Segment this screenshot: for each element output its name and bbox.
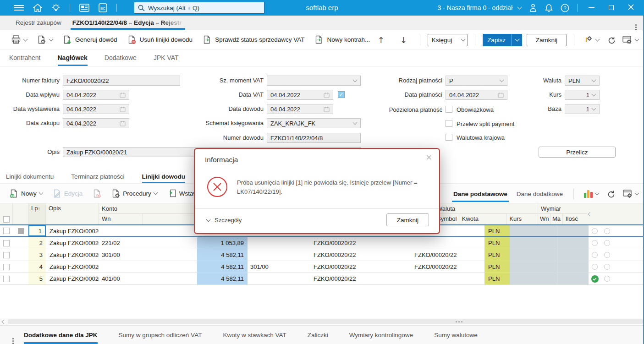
select-all-checkbox[interactable] <box>3 216 10 223</box>
cell-ilosc[interactable] <box>613 273 637 284</box>
cell-waluta-kwota[interactable] <box>510 237 557 249</box>
cell-lp[interactable]: 2 <box>28 237 46 249</box>
cell-waluta-symbol[interactable]: PLN <box>484 273 510 284</box>
cell-kwota[interactable]: 1 053,89 <box>197 237 248 249</box>
cell-waluta-symbol[interactable]: PLN <box>484 249 510 261</box>
wymiar-ma-radio[interactable] <box>604 240 610 246</box>
wymiar-wn-radio[interactable] <box>592 264 598 270</box>
home-icon[interactable] <box>33 4 42 12</box>
sz-moment-vat-select[interactable] <box>267 76 361 86</box>
data-vat-input[interactable]: 04.04.2022 <box>267 90 333 100</box>
data-vat-checkbox[interactable]: ✓ <box>338 91 345 98</box>
cell-lp[interactable]: 5 <box>28 273 46 284</box>
numer-dowodu-input[interactable] <box>267 133 361 143</box>
bottom-tabs-menu-icon[interactable] <box>11 334 15 344</box>
cell-opis[interactable]: Zakup FZKO/00020/21 <box>46 249 99 261</box>
cell-dokument[interactable]: FZKO/00020/22 <box>287 273 411 284</box>
cell-lp[interactable]: 3 <box>28 249 46 261</box>
cell-kwota[interactable]: 4 582,11 <box>197 261 248 273</box>
cell-konto-wn[interactable]: 301/00 <box>99 249 143 261</box>
cell-waluta-kurs[interactable] <box>557 273 589 284</box>
schemat-ksiegowania-select[interactable]: ZAK_KRAJK_FK <box>267 118 361 128</box>
tab-wymiary-kontrolingowe[interactable]: Wymiary kontrolingowe <box>349 326 413 344</box>
sprawdz-vat-button[interactable]: Sprawdź status sprzedawcy VAT <box>198 33 308 47</box>
table-row[interactable]: 5 Zakup FZKO/00020/21 401/00 4 582,11 FZ… <box>0 273 644 285</box>
cell-waluta-symbol[interactable]: PLN <box>484 237 510 249</box>
refresh-button[interactable] <box>605 33 617 47</box>
tab-rejestr-zakupow[interactable]: Rejestr zakupów <box>10 16 67 30</box>
bc-document-icon[interactable]: BC <box>99 3 107 12</box>
cell-konto-wn[interactable]: 401/00 <box>99 273 143 284</box>
cell-konto-ma[interactable] <box>248 273 287 284</box>
delete-line-button[interactable] <box>89 186 105 200</box>
data-wystawienia-input[interactable]: 04.04.2022 <box>63 104 129 114</box>
column-header-lp[interactable]: Lp↑ <box>28 203 46 224</box>
tab-sumy-walutowe[interactable]: Sumy walutowe <box>434 326 478 344</box>
wymiar-wn-radio[interactable] <box>592 228 598 234</box>
cell-konto-ma[interactable] <box>248 237 287 249</box>
cell-opis[interactable]: Zakup FZKO/00020/21 <box>46 273 99 284</box>
document-settings-button[interactable] <box>33 33 57 47</box>
move-down-button[interactable]: ↓ <box>395 35 413 45</box>
obowiazkowa-checkbox[interactable] <box>446 106 452 113</box>
user-icon[interactable] <box>529 4 537 12</box>
wymiar-ma-radio[interactable] <box>604 264 610 270</box>
scroll-left-icon[interactable] <box>0 318 7 325</box>
grid-settings-button[interactable] <box>622 187 639 201</box>
cell-waluta-kurs[interactable] <box>557 261 589 273</box>
wymiar-wn-checked-icon[interactable] <box>591 275 599 283</box>
cell-waluta-kwota[interactable] <box>510 261 557 273</box>
cell-ilosc[interactable] <box>613 237 637 249</box>
bell-icon[interactable] <box>545 4 553 12</box>
scrollbar-thumb[interactable] <box>8 319 643 324</box>
news-icon[interactable] <box>79 4 89 12</box>
cell-konto-ma[interactable] <box>248 249 287 261</box>
cell-dokument[interactable]: FZKO/00020/22 <box>287 261 411 273</box>
maximize-button[interactable] <box>605 4 617 12</box>
tab-dane-podstawowe[interactable]: Dane podstawowe <box>452 184 509 204</box>
cell-kwota[interactable]: 4 582,11 <box>197 249 248 261</box>
table-row[interactable]: 2 Zakup FZKO/00020/21 221/02 1 053,89 FZ… <box>0 237 644 249</box>
cell-waluta-kwota[interactable] <box>510 225 557 236</box>
help-icon[interactable]: ? <box>561 4 569 12</box>
zapisz-button[interactable]: Zapisz <box>483 34 522 46</box>
move-up-button[interactable]: ↑ <box>372 35 390 45</box>
tab-dane-dodatkowe[interactable]: Dane dodatkowe <box>515 184 564 204</box>
data-platnosci-input[interactable]: 04.04.2022 <box>446 90 507 100</box>
wymiar-wn-radio[interactable] <box>592 252 598 258</box>
edycja-button[interactable]: Edycja <box>49 186 87 200</box>
dialog-zamknij-button[interactable]: Zamknij <box>386 213 429 226</box>
row-checkbox[interactable] <box>3 240 10 246</box>
column-group-waluta[interactable]: Waluta SymbolKwotaKurs <box>434 203 538 224</box>
usun-linijki-button[interactable]: Usuń linijki dowodu <box>123 33 197 47</box>
przelew-split-checkbox[interactable] <box>446 120 452 127</box>
column-group-wymiar[interactable]: Wymiar WnMaIlość <box>538 203 587 224</box>
baza-input[interactable]: 1 <box>565 104 600 114</box>
cell-waluta-kurs[interactable] <box>557 237 589 249</box>
cell-waluta-symbol[interactable]: PLN <box>484 261 510 273</box>
tab-linijki-dowodu[interactable]: Linijki dowodu <box>142 169 186 183</box>
data-wplywu-input[interactable]: 04.04.2022 <box>63 90 129 100</box>
procedury-button[interactable]: Procedury <box>108 186 161 200</box>
cell-waluta-kwota[interactable] <box>510 273 557 284</box>
tab-kontrahent[interactable]: Kontrahent <box>9 49 41 66</box>
cell-opis[interactable]: Zakup FZKO/00020/21 <box>46 237 99 249</box>
cell-waluta-kurs[interactable] <box>557 225 589 236</box>
data-zakupu-input[interactable]: 04.04.2022 <box>63 118 129 128</box>
row-checkbox[interactable] <box>3 252 10 258</box>
cell-opis[interactable]: Zakup FZKO/00020/21 <box>46 225 99 236</box>
kurs-input[interactable]: 1 <box>565 90 600 100</box>
column-header-opis[interactable]: Opis <box>46 203 99 224</box>
ksieguj-button[interactable]: Księguj <box>428 34 468 46</box>
minimize-button[interactable] <box>585 4 597 12</box>
tab-terminarz-platnosci[interactable]: Terminarz płatności <box>71 169 124 183</box>
row-checkbox[interactable] <box>3 264 10 270</box>
cell-dokument-2[interactable]: FZKO/00020/22 <box>411 261 484 273</box>
tab-linijki-dokumentu[interactable]: Linijki dokumentu <box>6 169 54 183</box>
cell-konto-wn[interactable] <box>99 261 143 273</box>
window-settings-button[interactable] <box>622 33 639 47</box>
chart-view-button[interactable] <box>583 187 600 201</box>
wymiar-ma-radio[interactable] <box>604 252 610 258</box>
cell-waluta-symbol[interactable]: PLN <box>484 225 510 236</box>
tab-zaliczki[interactable]: Zaliczki <box>308 326 328 344</box>
